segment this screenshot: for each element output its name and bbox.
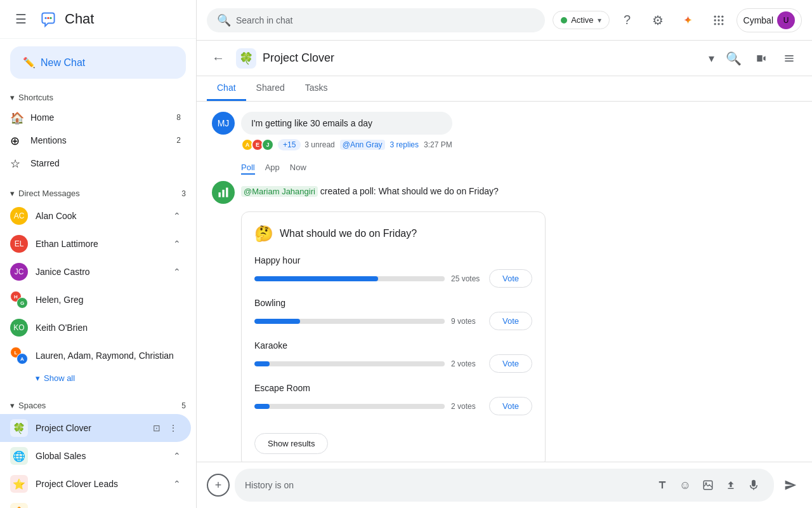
- tab-tasks[interactable]: Tasks: [295, 76, 338, 101]
- poll-option-2-votes: 9 votes: [451, 317, 483, 326]
- starred-label: Starred: [30, 158, 181, 168]
- sidebar-item-alan-cook[interactable]: AC Alan Cook ⌃: [0, 202, 191, 230]
- sidebar-item-home[interactable]: 🏠 Home 8: [0, 106, 191, 129]
- upload-button[interactable]: [721, 475, 741, 495]
- dm-header[interactable]: ▾ Direct Messages 3: [0, 185, 196, 202]
- apps-grid-button[interactable]: [706, 8, 731, 33]
- vote-button-3[interactable]: Vote: [489, 354, 532, 373]
- sidebar-item-starred[interactable]: ☆ Starred: [0, 152, 191, 175]
- project-clover-leads-label: Project Clover Leads: [36, 479, 169, 489]
- help-button[interactable]: ?: [615, 8, 640, 33]
- send-button[interactable]: [779, 474, 802, 497]
- message-input[interactable]: [245, 480, 647, 490]
- mic-button[interactable]: [743, 475, 764, 495]
- poll-tab-app[interactable]: App: [265, 161, 280, 175]
- svg-point-6: [721, 15, 723, 17]
- header-video-button[interactable]: [749, 46, 774, 71]
- show-results-button[interactable]: Show results: [254, 433, 328, 454]
- svg-point-10: [714, 23, 716, 25]
- vote-button-4[interactable]: Vote: [489, 397, 532, 415]
- sidebar-item-janice-castro[interactable]: JC Janice Castro ⌃: [0, 258, 191, 286]
- gemini-button[interactable]: ✦: [676, 8, 701, 33]
- sidebar-item-keith-obrien[interactable]: KO Keith O'Brien: [0, 314, 191, 342]
- app-title: Chat: [65, 11, 94, 27]
- home-icon: 🏠: [10, 111, 23, 124]
- message-bubble-1: I'm getting like 30 emails a day: [241, 112, 452, 135]
- sidebar-item-global-sales[interactable]: 🌐 Global Sales ⌃: [0, 442, 191, 470]
- sidebar-item-lauren-group[interactable]: L A Lauren, Adam, Raymond, Christian: [0, 342, 191, 370]
- global-sales-pin-icon: ⌃: [173, 451, 181, 461]
- ethan-lattimore-avatar: EL: [10, 235, 28, 253]
- new-chat-button[interactable]: ✏️ New Chat: [10, 46, 186, 79]
- message-time-1: 3:27 PM: [424, 140, 452, 149]
- svg-point-11: [717, 23, 719, 25]
- lauren-group-avatar: L A: [10, 347, 28, 364]
- vote-button-2[interactable]: Vote: [489, 312, 532, 330]
- sidebar-item-sales-crew[interactable]: 🔶 Sales Crew: [0, 498, 191, 508]
- search-container[interactable]: 🔍: [207, 8, 545, 32]
- chat-header-chevron-icon[interactable]: ▾: [709, 51, 714, 65]
- reaction-avatars-1: A E J: [241, 138, 274, 151]
- mariam-mention[interactable]: @Mariam Jahangiri: [241, 186, 318, 197]
- sidebar: ☰ Chat ✏️ New Chat ▾ Shortcuts 🏠 Home 8 …: [0, 0, 197, 508]
- message-meta-1: 3 unread @Ann Gray 3 replies 3:27 PM: [304, 140, 452, 150]
- poll-tab-poll[interactable]: Poll: [241, 161, 255, 175]
- poll-option-4-label: Escape Room: [254, 383, 532, 393]
- dm-show-all[interactable]: ▾ Show all: [0, 370, 196, 387]
- shortcuts-header[interactable]: ▾ Shortcuts: [0, 89, 196, 106]
- input-add-button[interactable]: +: [207, 474, 230, 497]
- project-clover-label: Project Clover: [36, 423, 149, 433]
- sidebar-item-project-clover-leads[interactable]: ⭐ Project Clover Leads ⌃: [0, 470, 191, 498]
- janice-castro-pin-icon: ⌃: [173, 267, 181, 277]
- status-dot: [561, 17, 567, 23]
- settings-icon: ⚙: [652, 13, 664, 28]
- header-actions: 🔍: [721, 46, 802, 71]
- tab-shared[interactable]: Shared: [246, 76, 295, 101]
- emoji-icon: ☺: [679, 479, 691, 492]
- dm-show-all-label: Show all: [44, 373, 75, 383]
- settings-button[interactable]: ⚙: [645, 8, 671, 33]
- emoji-button[interactable]: ☺: [675, 475, 695, 495]
- send-icon: [784, 479, 797, 491]
- sidebar-item-mentions[interactable]: ⊕ Mentions 2: [0, 129, 191, 152]
- poll-option-2-label: Bowling: [254, 298, 532, 308]
- upload-icon: [725, 479, 737, 491]
- poll-tab-now[interactable]: Now: [290, 161, 306, 175]
- msg-avatar-1: MJ: [212, 112, 235, 135]
- mic-icon: [748, 479, 759, 491]
- brand-logo[interactable]: Cymbal U: [737, 8, 802, 32]
- image-button[interactable]: [698, 475, 718, 495]
- project-clover-video-icon[interactable]: ⊡: [149, 420, 164, 436]
- brand-name: Cymbal: [743, 15, 773, 25]
- hamburger-icon[interactable]: ☰: [10, 6, 32, 32]
- svg-point-8: [717, 19, 719, 21]
- svg-rect-14: [222, 190, 224, 197]
- user-avatar[interactable]: U: [777, 11, 795, 29]
- poll-option-1-bar-fill: [254, 276, 378, 281]
- reaction-count-badge[interactable]: +15: [278, 139, 301, 150]
- header-search-button[interactable]: 🔍: [721, 46, 746, 71]
- message-reactions-1: A E J +15 3 unread @Ann Gray 3 replies 3…: [241, 138, 452, 151]
- back-button[interactable]: ←: [207, 47, 230, 70]
- input-field-container[interactable]: ☺: [235, 469, 774, 502]
- vote-button-1[interactable]: Vote: [489, 269, 532, 288]
- dm-badge: 3: [176, 189, 186, 198]
- poll-option-4-votes: 2 votes: [451, 402, 483, 411]
- ethan-lattimore-label: Ethan Lattimore: [36, 239, 169, 249]
- sidebar-item-helen-greg[interactable]: H G Helen, Greg: [0, 286, 191, 314]
- chat-header: ← 🍀 Project Clover ▾ 🔍: [197, 41, 812, 76]
- poll-option-happy-hour: Happy hour 25 votes Vote: [254, 255, 532, 288]
- search-input[interactable]: [236, 15, 535, 25]
- spaces-header[interactable]: ▾ Spaces 5: [0, 397, 196, 414]
- sidebar-item-project-clover[interactable]: 🍀 Project Clover ⊡ ⋮: [0, 414, 191, 442]
- poll-option-1-label: Happy hour: [254, 255, 532, 265]
- header-more-button[interactable]: [776, 46, 802, 71]
- format-text-button[interactable]: [652, 475, 672, 495]
- sidebar-item-ethan-lattimore[interactable]: EL Ethan Lattimore ⌃: [0, 230, 191, 258]
- header-search-icon: 🔍: [726, 51, 742, 66]
- status-button[interactable]: Active ▾: [553, 11, 609, 29]
- tab-chat[interactable]: Chat: [207, 76, 246, 101]
- ann-gray-mention[interactable]: @Ann Gray: [340, 140, 385, 150]
- project-clover-more-icon[interactable]: ⋮: [166, 420, 181, 436]
- replies-link[interactable]: 3 replies: [390, 140, 419, 149]
